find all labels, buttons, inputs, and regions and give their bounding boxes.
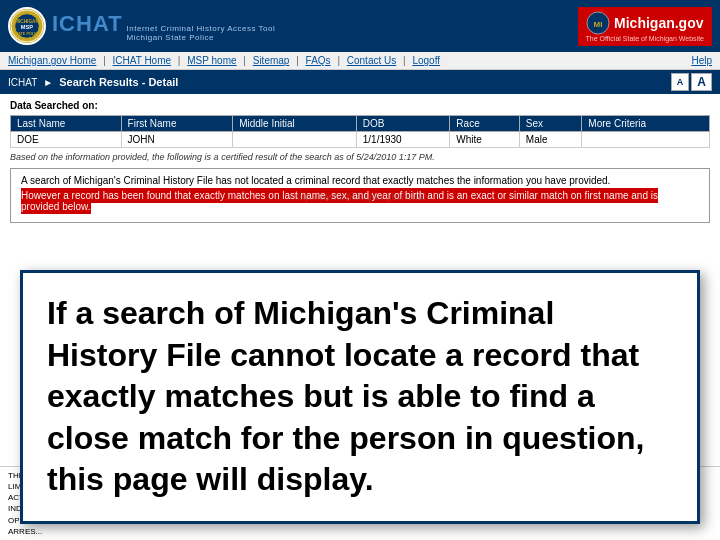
breadcrumb-bar: ICHAT ► Search Results - Detail A A	[0, 70, 720, 94]
nav-logoff[interactable]: Logoff	[412, 55, 440, 66]
nav-bar: Michigan.gov Home | ICHAT Home | MSP hom…	[0, 52, 720, 70]
nav-links[interactable]: Michigan.gov Home | ICHAT Home | MSP hom…	[8, 55, 444, 66]
breadcrumb-left: ICHAT ► Search Results - Detail	[8, 76, 178, 88]
ichat-subtitle-line2: Michigan State Police	[127, 33, 276, 42]
svg-text:MI: MI	[594, 20, 603, 29]
nav-faqs[interactable]: FAQs	[306, 55, 331, 66]
cell-lastname: DOE	[11, 132, 122, 148]
col-header-sex: Sex	[519, 116, 582, 132]
col-header-middle: Middle Initial	[233, 116, 357, 132]
ichat-logo-text: ICHAT	[52, 11, 123, 37]
nav-help[interactable]: Help	[691, 55, 712, 66]
font-size-buttons[interactable]: A A	[671, 73, 712, 91]
svg-text:MSP: MSP	[21, 24, 33, 30]
tooltip-overlay: If a search of Michigan's Criminal Histo…	[20, 270, 700, 524]
info-box: http://www.michigan.gov/ichat A search o…	[10, 168, 710, 223]
header: MICHIGAN MSP STATE POLICE ICHAT Internet…	[0, 0, 720, 52]
cell-sex: Male	[519, 132, 582, 148]
disclaimer-line6: ARRES...	[8, 526, 712, 537]
ichat-subtitle-line1: Internet Criminal History Access Tool	[127, 24, 276, 33]
header-left: MICHIGAN MSP STATE POLICE ICHAT Internet…	[8, 7, 275, 45]
info-box-highlight: However a record has been found that exa…	[21, 190, 699, 212]
breadcrumb-title: Search Results - Detail	[59, 76, 178, 88]
font-large-button[interactable]: A	[691, 73, 712, 91]
result-table: Last Name First Name Middle Initial DOB …	[10, 115, 710, 148]
font-small-button[interactable]: A	[671, 73, 690, 91]
nav-msp-home[interactable]: MSP home	[187, 55, 236, 66]
msp-badge: MICHIGAN MSP STATE POLICE	[8, 7, 46, 45]
col-header-lastname: Last Name	[11, 116, 122, 132]
nav-sitemap[interactable]: Sitemap	[253, 55, 290, 66]
michigan-gov-badge: MI Michigan.gov The Official State of Mi…	[578, 7, 712, 46]
cell-race: White	[450, 132, 520, 148]
nav-michigan-home[interactable]: Michigan.gov Home	[8, 55, 96, 66]
cell-firstname: JOHN	[121, 132, 233, 148]
michigan-flag-icon: MI	[586, 11, 610, 35]
nav-ichat-home[interactable]: ICHAT Home	[113, 55, 172, 66]
col-header-dob: DOB	[356, 116, 450, 132]
svg-text:STATE POLICE: STATE POLICE	[14, 32, 41, 36]
highlight-red-text: However a record has been found that exa…	[21, 188, 658, 214]
cell-dob: 1/1/1930	[356, 132, 450, 148]
cell-more	[582, 132, 710, 148]
mi-gov-label: Michigan.gov	[614, 15, 703, 31]
cell-middle	[233, 132, 357, 148]
mi-gov-subtitle: The Official State of Michigan Website	[586, 35, 704, 42]
table-header-row: Last Name First Name Middle Initial DOB …	[11, 116, 710, 132]
data-searched-label: Data Searched on:	[10, 100, 710, 111]
table-row: DOE JOHN 1/1/1930 White Male	[11, 132, 710, 148]
col-header-firstname: First Name	[121, 116, 233, 132]
main-content: Data Searched on: Last Name First Name M…	[0, 94, 720, 235]
breadcrumb-section: ICHAT	[8, 77, 37, 88]
col-header-more: More Criteria	[582, 116, 710, 132]
ichat-logo: MICHIGAN MSP STATE POLICE ICHAT Internet…	[8, 7, 275, 45]
breadcrumb-chevron-icon: ►	[43, 77, 53, 88]
nav-contact-us[interactable]: Contact Us	[347, 55, 396, 66]
status-text: Based on the information provided, the f…	[10, 152, 710, 162]
page-wrapper: MICHIGAN MSP STATE POLICE ICHAT Internet…	[0, 0, 720, 540]
info-box-line1: A search of Michigan's Criminal History …	[21, 175, 699, 186]
tooltip-text: If a search of Michigan's Criminal Histo…	[47, 295, 644, 497]
col-header-race: Race	[450, 116, 520, 132]
ichat-text-block: ICHAT Internet Criminal History Access T…	[52, 11, 275, 42]
